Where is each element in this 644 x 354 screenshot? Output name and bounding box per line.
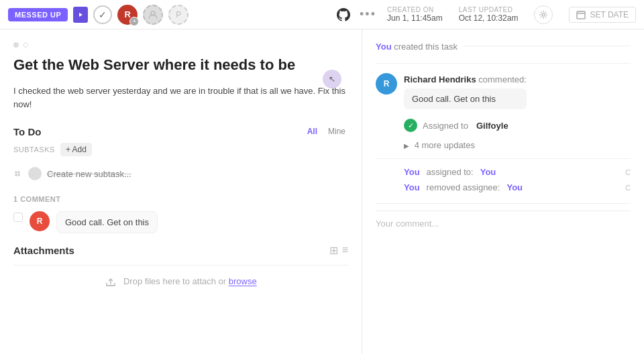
drop-zone[interactable]: Drop files here to attach or browse <box>13 265 348 294</box>
svg-point-7 <box>18 174 19 176</box>
activity-comment-content: Richard Hendriks commented: Good call. G… <box>404 73 527 110</box>
filter-btns: All Mine <box>305 125 348 137</box>
attachments-title: Attachments <box>13 245 74 256</box>
comment-bubble: Good call. Get on this <box>56 211 158 233</box>
todo-section: To Do All Mine SUBTASKS + Add <box>13 125 348 184</box>
avatar[interactable]: R + <box>117 5 138 25</box>
subtask-input[interactable] <box>47 169 160 179</box>
activity-created-text: You created this task <box>376 40 458 54</box>
filter-all-btn[interactable]: All <box>305 125 320 137</box>
timestamp-removed: C <box>625 184 631 192</box>
activity-comment-row: R Richard Hendriks commented: Good call.… <box>376 73 631 110</box>
divider-mid <box>376 158 631 159</box>
activity-comment-header: Richard Hendriks commented: <box>404 73 527 86</box>
subtask-input-row <box>13 163 348 184</box>
svg-point-2 <box>542 13 545 16</box>
status-badge[interactable]: MESSED UP <box>8 8 68 21</box>
svg-point-6 <box>18 172 19 173</box>
meta-section: CREATED ON Jun 1, 11:45am LAST UPDATED O… <box>387 5 636 24</box>
you-assigned-to: You <box>480 167 496 177</box>
browse-link[interactable]: browse <box>229 277 257 287</box>
left-panel: ◇ ↖ Get the Web Server where it needs to… <box>0 30 362 354</box>
right-panel: You created this task R Richard Hendriks… <box>362 30 644 354</box>
created-meta: CREATED ON Jun 1, 11:45am <box>387 6 443 23</box>
complete-check-btn[interactable]: ✓ <box>93 5 112 24</box>
set-date-btn[interactable]: SET DATE <box>569 7 636 23</box>
gear-icon[interactable] <box>534 5 553 24</box>
divider-bottom <box>376 203 631 204</box>
comment-avatar: R <box>30 211 50 231</box>
triangle-icon: ▶ <box>404 142 409 150</box>
more-updates-btn[interactable]: ▶ 4 more updates <box>376 140 631 150</box>
svg-point-5 <box>15 174 17 176</box>
assign-avatar-btn[interactable] <box>143 5 163 25</box>
tag-icon-btn[interactable]: P <box>168 5 189 25</box>
divider-top <box>376 63 631 64</box>
list-view-btn[interactable]: ≡ <box>342 244 348 257</box>
comment-count: 1 COMMENT <box>13 195 348 203</box>
add-subtask-btn[interactable]: + Add <box>60 143 92 156</box>
tag-dot <box>13 42 19 48</box>
you-assigned-label: You <box>404 167 420 177</box>
grid-view-btn[interactable]: ⊞ <box>329 244 338 257</box>
you-removed-label: You <box>404 182 420 192</box>
activity-comment-body: Good call. Get on this <box>404 88 527 109</box>
svg-point-4 <box>15 172 17 173</box>
task-tag-row: ◇ <box>13 40 348 49</box>
svg-marker-0 <box>79 13 83 17</box>
updated-meta: LAST UPDATED Oct 12, 10:32am <box>459 6 519 23</box>
todo-title: To Do <box>13 126 41 137</box>
upload-icon <box>105 276 117 288</box>
assigned-check-icon: ✓ <box>404 119 417 132</box>
subtask-drag-icon <box>13 169 23 178</box>
main-content: ◇ ↖ Get the Web Server where it needs to… <box>0 30 644 354</box>
task-description: I checked the web server yesterday and w… <box>13 84 348 113</box>
filter-mine-btn[interactable]: Mine <box>325 125 348 137</box>
attachments-header: Attachments ⊞ ≡ <box>13 244 348 257</box>
removed-row: You removed assignee: You C <box>376 182 631 192</box>
activity-created: You created this task <box>376 40 631 54</box>
svg-rect-3 <box>577 11 585 19</box>
you-label: You <box>376 42 392 52</box>
task-title: Get the Web Server where it needs to be <box>13 56 348 75</box>
subtasks-row: SUBTASKS + Add <box>13 143 348 156</box>
subtask-avatar <box>28 167 42 180</box>
github-btn[interactable] <box>334 5 353 24</box>
attachments-section: Attachments ⊞ ≡ Drop files here to attac… <box>13 244 348 294</box>
comment-input-placeholder[interactable]: Your comment... <box>376 219 439 229</box>
drop-text: Drop files here to attach or <box>123 277 226 287</box>
todo-header: To Do All Mine <box>13 125 348 137</box>
assigned-you-row: You assigned to: You C <box>376 167 631 177</box>
you-removed: You <box>506 182 523 192</box>
top-bar: MESSED UP ✓ R + P ••• CREATED ON Jun 1, … <box>0 0 644 30</box>
cursor-indicator: ↖ <box>323 70 341 88</box>
avatar-badge: + <box>129 17 139 26</box>
timestamp-assigned: C <box>625 168 631 176</box>
richard-avatar: R <box>376 73 397 95</box>
status-arrow-btn[interactable] <box>73 7 88 23</box>
comment-checkbox[interactable] <box>13 213 23 222</box>
comment-row: R Good call. Get on this <box>13 211 348 233</box>
comment-input-area: Your comment... <box>376 211 631 229</box>
assigned-row: ✓ Assigned to Gilfoyle <box>376 119 631 132</box>
view-btns: ⊞ ≡ <box>329 244 348 257</box>
more-options-btn[interactable]: ••• <box>360 7 376 21</box>
